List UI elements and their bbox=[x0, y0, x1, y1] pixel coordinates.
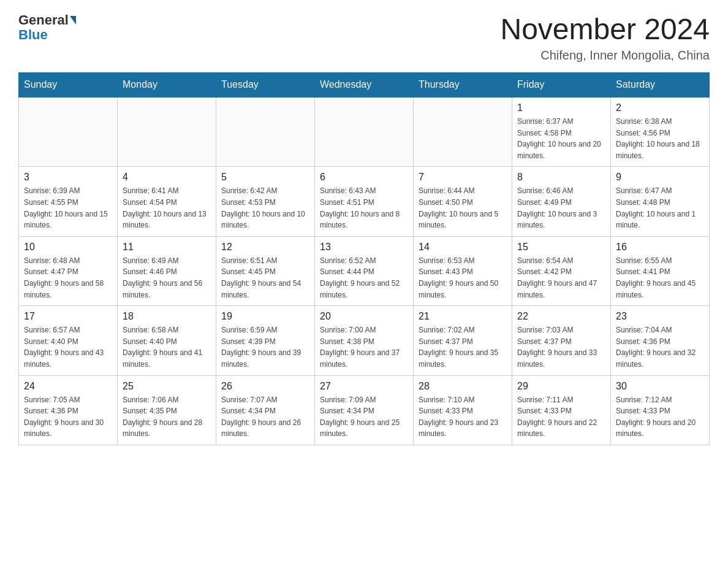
calendar-day-cell: 14Sunrise: 6:53 AM Sunset: 4:43 PM Dayli… bbox=[414, 236, 512, 305]
day-info: Sunrise: 7:00 AM Sunset: 4:38 PM Dayligh… bbox=[320, 324, 408, 370]
day-number: 27 bbox=[320, 381, 408, 392]
calendar-day-cell: 25Sunrise: 7:06 AM Sunset: 4:35 PM Dayli… bbox=[118, 375, 216, 445]
day-number: 6 bbox=[320, 172, 408, 183]
calendar-week-row: 17Sunrise: 6:57 AM Sunset: 4:40 PM Dayli… bbox=[19, 306, 710, 375]
month-title: November 2024 bbox=[500, 12, 710, 46]
day-number: 5 bbox=[221, 172, 309, 183]
calendar-day-cell: 13Sunrise: 6:52 AM Sunset: 4:44 PM Dayli… bbox=[315, 236, 414, 305]
day-of-week-header: Sunday bbox=[19, 73, 118, 98]
day-number: 22 bbox=[517, 311, 605, 322]
calendar-day-cell: 19Sunrise: 6:59 AM Sunset: 4:39 PM Dayli… bbox=[216, 306, 315, 375]
day-number: 20 bbox=[320, 311, 408, 322]
day-number: 30 bbox=[616, 381, 704, 392]
calendar-day-cell: 9Sunrise: 6:47 AM Sunset: 4:48 PM Daylig… bbox=[611, 167, 710, 236]
calendar-day-cell: 4Sunrise: 6:41 AM Sunset: 4:54 PM Daylig… bbox=[118, 167, 216, 236]
calendar-day-cell: 5Sunrise: 6:42 AM Sunset: 4:53 PM Daylig… bbox=[216, 167, 315, 236]
day-info: Sunrise: 6:43 AM Sunset: 4:51 PM Dayligh… bbox=[320, 185, 408, 231]
calendar-day-cell: 2Sunrise: 6:38 AM Sunset: 4:56 PM Daylig… bbox=[611, 97, 710, 167]
calendar-day-cell: 27Sunrise: 7:09 AM Sunset: 4:34 PM Dayli… bbox=[315, 375, 414, 445]
day-info: Sunrise: 7:04 AM Sunset: 4:36 PM Dayligh… bbox=[616, 324, 704, 370]
logo-blue-text: Blue bbox=[18, 27, 48, 43]
day-of-week-header: Tuesday bbox=[216, 73, 315, 98]
calendar-day-cell bbox=[118, 97, 216, 167]
day-info: Sunrise: 7:12 AM Sunset: 4:33 PM Dayligh… bbox=[616, 394, 704, 440]
day-info: Sunrise: 6:49 AM Sunset: 4:46 PM Dayligh… bbox=[123, 255, 211, 301]
calendar-day-cell: 28Sunrise: 7:10 AM Sunset: 4:33 PM Dayli… bbox=[414, 375, 512, 445]
day-info: Sunrise: 7:07 AM Sunset: 4:34 PM Dayligh… bbox=[221, 394, 309, 440]
day-number: 29 bbox=[517, 381, 605, 392]
day-number: 13 bbox=[320, 242, 408, 253]
day-info: Sunrise: 6:42 AM Sunset: 4:53 PM Dayligh… bbox=[221, 185, 309, 231]
day-number: 19 bbox=[221, 311, 309, 322]
day-info: Sunrise: 6:53 AM Sunset: 4:43 PM Dayligh… bbox=[419, 255, 507, 301]
day-info: Sunrise: 6:52 AM Sunset: 4:44 PM Dayligh… bbox=[320, 255, 408, 301]
day-info: Sunrise: 6:51 AM Sunset: 4:45 PM Dayligh… bbox=[221, 255, 309, 301]
day-info: Sunrise: 7:10 AM Sunset: 4:33 PM Dayligh… bbox=[419, 394, 507, 440]
day-info: Sunrise: 7:02 AM Sunset: 4:37 PM Dayligh… bbox=[419, 324, 507, 370]
calendar-day-cell: 12Sunrise: 6:51 AM Sunset: 4:45 PM Dayli… bbox=[216, 236, 315, 305]
calendar-day-cell: 11Sunrise: 6:49 AM Sunset: 4:46 PM Dayli… bbox=[118, 236, 216, 305]
calendar-day-cell: 3Sunrise: 6:39 AM Sunset: 4:55 PM Daylig… bbox=[19, 167, 118, 236]
day-number: 16 bbox=[616, 242, 704, 253]
calendar-day-cell: 7Sunrise: 6:44 AM Sunset: 4:50 PM Daylig… bbox=[414, 167, 512, 236]
day-number: 3 bbox=[24, 172, 112, 183]
day-number: 7 bbox=[419, 172, 507, 183]
day-info: Sunrise: 6:57 AM Sunset: 4:40 PM Dayligh… bbox=[24, 324, 112, 370]
day-number: 12 bbox=[221, 242, 309, 253]
day-number: 11 bbox=[123, 242, 211, 253]
day-of-week-header: Monday bbox=[118, 73, 216, 98]
logo: General Blue bbox=[18, 12, 76, 43]
calendar-week-row: 24Sunrise: 7:05 AM Sunset: 4:36 PM Dayli… bbox=[19, 375, 710, 445]
calendar-day-cell bbox=[216, 97, 315, 167]
day-number: 2 bbox=[616, 102, 704, 113]
logo-general-text: General bbox=[18, 12, 69, 28]
day-number: 24 bbox=[24, 381, 112, 392]
calendar-day-cell: 26Sunrise: 7:07 AM Sunset: 4:34 PM Dayli… bbox=[216, 375, 315, 445]
calendar-day-cell: 6Sunrise: 6:43 AM Sunset: 4:51 PM Daylig… bbox=[315, 167, 414, 236]
logo-arrow-icon bbox=[70, 16, 76, 25]
calendar-day-cell bbox=[19, 97, 118, 167]
day-info: Sunrise: 7:11 AM Sunset: 4:33 PM Dayligh… bbox=[517, 394, 605, 440]
day-number: 8 bbox=[517, 172, 605, 183]
calendar-day-cell: 30Sunrise: 7:12 AM Sunset: 4:33 PM Dayli… bbox=[611, 375, 710, 445]
calendar-day-cell: 20Sunrise: 7:00 AM Sunset: 4:38 PM Dayli… bbox=[315, 306, 414, 375]
calendar-day-cell: 8Sunrise: 6:46 AM Sunset: 4:49 PM Daylig… bbox=[512, 167, 611, 236]
calendar-day-cell bbox=[414, 97, 512, 167]
day-info: Sunrise: 6:39 AM Sunset: 4:55 PM Dayligh… bbox=[24, 185, 112, 231]
day-info: Sunrise: 6:37 AM Sunset: 4:58 PM Dayligh… bbox=[517, 116, 605, 161]
calendar-day-cell: 29Sunrise: 7:11 AM Sunset: 4:33 PM Dayli… bbox=[512, 375, 611, 445]
calendar-day-cell: 21Sunrise: 7:02 AM Sunset: 4:37 PM Dayli… bbox=[414, 306, 512, 375]
day-number: 18 bbox=[123, 311, 211, 322]
day-of-week-header: Wednesday bbox=[315, 73, 414, 98]
calendar-week-row: 10Sunrise: 6:48 AM Sunset: 4:47 PM Dayli… bbox=[19, 236, 710, 305]
day-info: Sunrise: 6:54 AM Sunset: 4:42 PM Dayligh… bbox=[517, 255, 605, 301]
day-number: 4 bbox=[123, 172, 211, 183]
calendar-day-cell: 24Sunrise: 7:05 AM Sunset: 4:36 PM Dayli… bbox=[19, 375, 118, 445]
day-of-week-header: Friday bbox=[512, 73, 611, 98]
calendar-week-row: 3Sunrise: 6:39 AM Sunset: 4:55 PM Daylig… bbox=[19, 167, 710, 236]
day-info: Sunrise: 6:55 AM Sunset: 4:41 PM Dayligh… bbox=[616, 255, 704, 301]
calendar-day-cell: 22Sunrise: 7:03 AM Sunset: 4:37 PM Dayli… bbox=[512, 306, 611, 375]
day-info: Sunrise: 6:38 AM Sunset: 4:56 PM Dayligh… bbox=[616, 116, 704, 161]
day-number: 23 bbox=[616, 311, 704, 322]
calendar-day-cell bbox=[315, 97, 414, 167]
day-number: 15 bbox=[517, 242, 605, 253]
day-info: Sunrise: 7:06 AM Sunset: 4:35 PM Dayligh… bbox=[123, 394, 211, 440]
calendar-day-cell: 16Sunrise: 6:55 AM Sunset: 4:41 PM Dayli… bbox=[611, 236, 710, 305]
day-number: 14 bbox=[419, 242, 507, 253]
calendar-day-cell: 1Sunrise: 6:37 AM Sunset: 4:58 PM Daylig… bbox=[512, 97, 611, 167]
day-info: Sunrise: 6:46 AM Sunset: 4:49 PM Dayligh… bbox=[517, 185, 605, 231]
day-info: Sunrise: 6:58 AM Sunset: 4:40 PM Dayligh… bbox=[123, 324, 211, 370]
calendar-header-row: SundayMondayTuesdayWednesdayThursdayFrid… bbox=[19, 73, 710, 98]
calendar-day-cell: 23Sunrise: 7:04 AM Sunset: 4:36 PM Dayli… bbox=[611, 306, 710, 375]
day-info: Sunrise: 6:59 AM Sunset: 4:39 PM Dayligh… bbox=[221, 324, 309, 370]
day-number: 25 bbox=[123, 381, 211, 392]
day-number: 28 bbox=[419, 381, 507, 392]
day-number: 26 bbox=[221, 381, 309, 392]
day-info: Sunrise: 6:44 AM Sunset: 4:50 PM Dayligh… bbox=[419, 185, 507, 231]
day-info: Sunrise: 7:09 AM Sunset: 4:34 PM Dayligh… bbox=[320, 394, 408, 440]
day-number: 9 bbox=[616, 172, 704, 183]
day-info: Sunrise: 6:41 AM Sunset: 4:54 PM Dayligh… bbox=[123, 185, 211, 231]
day-info: Sunrise: 7:05 AM Sunset: 4:36 PM Dayligh… bbox=[24, 394, 112, 440]
calendar-day-cell: 18Sunrise: 6:58 AM Sunset: 4:40 PM Dayli… bbox=[118, 306, 216, 375]
